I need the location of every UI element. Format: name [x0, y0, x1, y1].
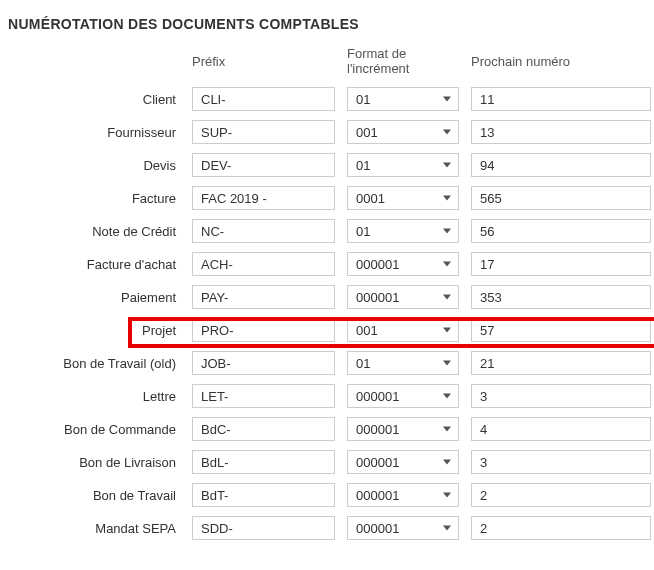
- row-label: Mandat SEPA: [8, 521, 180, 536]
- row-label: Lettre: [8, 389, 180, 404]
- format-select[interactable]: 0001: [347, 186, 459, 210]
- format-select[interactable]: 000001: [347, 285, 459, 309]
- format-select[interactable]: 000001: [347, 417, 459, 441]
- format-select[interactable]: 01: [347, 351, 459, 375]
- next-number-input[interactable]: [471, 87, 651, 111]
- prefix-input[interactable]: [192, 483, 335, 507]
- next-number-input[interactable]: [471, 186, 651, 210]
- row-label: Bon de Travail (old): [8, 356, 180, 371]
- format-select[interactable]: 000001: [347, 483, 459, 507]
- prefix-input[interactable]: [192, 384, 335, 408]
- row-label: Facture: [8, 191, 180, 206]
- prefix-input[interactable]: [192, 417, 335, 441]
- format-select[interactable]: 000001: [347, 450, 459, 474]
- col-header-prefix: Préfix: [192, 54, 335, 71]
- row-label: Facture d'achat: [8, 257, 180, 272]
- prefix-input[interactable]: [192, 351, 335, 375]
- format-select[interactable]: 001: [347, 120, 459, 144]
- next-number-input[interactable]: [471, 384, 651, 408]
- row-label: Bon de Livraison: [8, 455, 180, 470]
- prefix-input[interactable]: [192, 87, 335, 111]
- format-select[interactable]: 001: [347, 318, 459, 342]
- format-select[interactable]: 000001: [347, 384, 459, 408]
- row-label: Note de Crédit: [8, 224, 180, 239]
- prefix-input[interactable]: [192, 219, 335, 243]
- prefix-input[interactable]: [192, 252, 335, 276]
- next-number-input[interactable]: [471, 417, 651, 441]
- prefix-input[interactable]: [192, 186, 335, 210]
- prefix-input[interactable]: [192, 318, 335, 342]
- row-label: Fournisseur: [8, 125, 180, 140]
- format-select[interactable]: 01: [347, 153, 459, 177]
- row-label: Projet: [8, 323, 180, 338]
- format-select[interactable]: 01: [347, 87, 459, 111]
- next-number-input[interactable]: [471, 219, 651, 243]
- numbering-table: Préfix Format de l'incrément Prochain nu…: [8, 46, 646, 540]
- row-label: Paiement: [8, 290, 180, 305]
- col-header-format: Format de l'incrément: [347, 46, 459, 78]
- next-number-input[interactable]: [471, 483, 651, 507]
- next-number-input[interactable]: [471, 450, 651, 474]
- page-title: NUMÉROTATION DES DOCUMENTS COMPTABLES: [8, 16, 646, 32]
- next-number-input[interactable]: [471, 318, 651, 342]
- next-number-input[interactable]: [471, 516, 651, 540]
- row-label: Bon de Commande: [8, 422, 180, 437]
- format-select[interactable]: 000001: [347, 252, 459, 276]
- col-header-next: Prochain numéro: [471, 54, 651, 71]
- row-label: Devis: [8, 158, 180, 173]
- next-number-input[interactable]: [471, 351, 651, 375]
- next-number-input[interactable]: [471, 252, 651, 276]
- prefix-input[interactable]: [192, 120, 335, 144]
- format-select[interactable]: 000001: [347, 516, 459, 540]
- row-label: Client: [8, 92, 180, 107]
- next-number-input[interactable]: [471, 285, 651, 309]
- row-label: Bon de Travail: [8, 488, 180, 503]
- next-number-input[interactable]: [471, 120, 651, 144]
- prefix-input[interactable]: [192, 516, 335, 540]
- prefix-input[interactable]: [192, 285, 335, 309]
- format-select[interactable]: 01: [347, 219, 459, 243]
- next-number-input[interactable]: [471, 153, 651, 177]
- prefix-input[interactable]: [192, 153, 335, 177]
- prefix-input[interactable]: [192, 450, 335, 474]
